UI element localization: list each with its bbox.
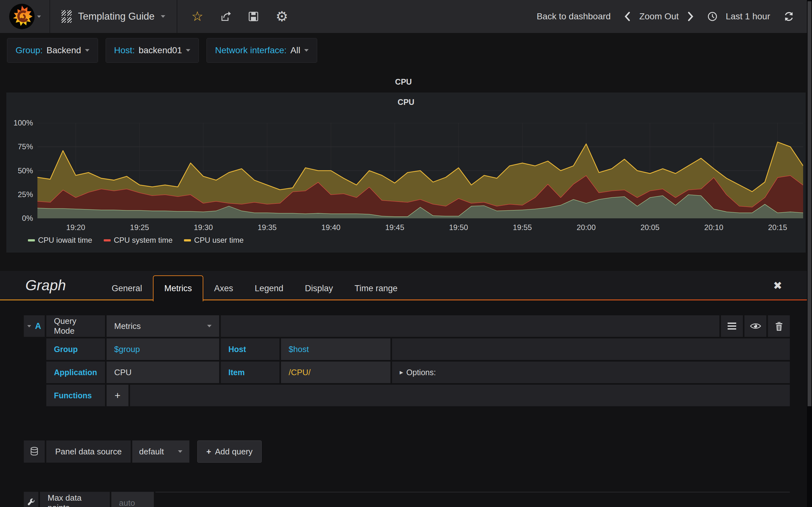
tab-display[interactable]: Display bbox=[294, 276, 344, 300]
plus-icon: + bbox=[206, 447, 211, 457]
application-input[interactable]: CPU bbox=[107, 361, 219, 383]
query-row-filler bbox=[130, 385, 790, 406]
options-section[interactable]: ▸ Options: bbox=[392, 361, 790, 383]
panel-editor-body: A Query Mode Metrics bbox=[0, 300, 807, 507]
x-axis-label: 19:40 bbox=[315, 223, 347, 232]
variable-value: backend01 bbox=[139, 45, 182, 55]
gear-icon[interactable]: ⚙ bbox=[275, 9, 288, 23]
chevron-down-icon bbox=[178, 450, 183, 453]
graph-plot-area[interactable] bbox=[38, 123, 803, 218]
legend-swatch-icon bbox=[104, 239, 111, 241]
y-axis-label: 50% bbox=[6, 166, 33, 175]
star-icon[interactable]: ☆ bbox=[191, 10, 203, 23]
x-axis-labels: 19:2019:2519:3019:3519:4019:4519:5019:55… bbox=[38, 223, 803, 233]
back-to-dashboard-link[interactable]: Back to dashboard bbox=[537, 11, 611, 21]
variable-label: Group: bbox=[15, 45, 43, 55]
variable-network-interface-dropdown[interactable]: Network interface: All bbox=[206, 38, 317, 63]
x-axis-label: 19:35 bbox=[251, 223, 283, 232]
query-toggle-visibility-button[interactable] bbox=[745, 315, 766, 337]
close-icon[interactable]: ✖ bbox=[773, 279, 782, 292]
query-collapse-toggle[interactable]: A bbox=[24, 315, 45, 337]
variable-group-dropdown[interactable]: Group: Backend bbox=[7, 38, 98, 63]
scrollbar-thumb[interactable] bbox=[808, 1, 811, 406]
tab-legend[interactable]: Legend bbox=[244, 276, 294, 300]
time-shift-controls: Zoom Out bbox=[624, 11, 694, 21]
query-delete-button[interactable] bbox=[768, 315, 790, 337]
editor-tabs: General Metrics Axes Legend Display Time… bbox=[101, 271, 408, 300]
query-menu-button[interactable] bbox=[721, 315, 743, 337]
options-label: Options: bbox=[406, 368, 436, 377]
plus-icon: + bbox=[114, 390, 120, 401]
y-axis-label: 75% bbox=[6, 142, 33, 151]
x-axis-label: 20:15 bbox=[762, 223, 794, 232]
group-label: Group bbox=[46, 338, 105, 360]
application-value: CPU bbox=[114, 368, 132, 377]
x-axis-label: 19:55 bbox=[507, 223, 538, 232]
panel-title[interactable]: CPU bbox=[6, 98, 806, 107]
eye-icon bbox=[750, 322, 761, 330]
add-query-button[interactable]: + Add query bbox=[197, 441, 262, 463]
tab-metrics[interactable]: Metrics bbox=[153, 275, 203, 301]
chevron-right-icon[interactable] bbox=[687, 12, 694, 21]
chevron-down-icon bbox=[207, 325, 212, 327]
host-value: $host bbox=[289, 344, 309, 354]
item-input[interactable]: /CPU/ bbox=[281, 361, 391, 383]
legend-swatch-icon bbox=[28, 239, 35, 241]
dashboard-row-title: CPU bbox=[0, 77, 807, 87]
group-input[interactable]: $group bbox=[107, 338, 219, 360]
max-data-points-row: Max data points auto bbox=[24, 492, 790, 507]
variable-label: Network interface: bbox=[215, 45, 287, 55]
share-icon[interactable] bbox=[220, 11, 231, 22]
graph-panel: CPU 0%25%50%75%100% 19:2019:2519:3019:35… bbox=[6, 93, 806, 252]
tab-general[interactable]: General bbox=[101, 276, 153, 300]
dashboard-title: Templating Guide bbox=[78, 11, 154, 22]
query-mode-value: Metrics bbox=[114, 321, 141, 331]
dashboard-picker[interactable]: Templating Guide bbox=[50, 0, 177, 33]
host-input[interactable]: $host bbox=[281, 338, 391, 360]
legend-swatch-icon bbox=[184, 239, 191, 241]
chevron-down-icon bbox=[27, 325, 31, 327]
query-mode-select[interactable]: Metrics bbox=[107, 315, 219, 337]
functions-label: Functions bbox=[46, 385, 105, 406]
time-picker[interactable]: Last 1 hour bbox=[707, 11, 770, 21]
chevron-down-icon bbox=[37, 15, 41, 18]
max-data-points-input[interactable]: auto bbox=[111, 492, 154, 507]
dashboard-actions: ☆ ⚙ bbox=[177, 0, 302, 33]
query-row-application-item: Application CPU Item /CPU/ ▸ Options: bbox=[46, 361, 790, 383]
menu-icon bbox=[728, 323, 736, 330]
tab-time-range[interactable]: Time range bbox=[344, 276, 409, 300]
x-axis-label: 20:05 bbox=[634, 223, 666, 232]
legend-item-user[interactable]: CPU user time bbox=[184, 236, 244, 245]
datasource-row: Panel data source default + Add query bbox=[24, 441, 790, 463]
trash-icon bbox=[774, 321, 783, 331]
query-ref-letter: A bbox=[35, 321, 41, 331]
x-axis-label: 19:20 bbox=[60, 223, 92, 232]
query-row-functions: Functions + bbox=[46, 385, 790, 406]
grafana-menu-button[interactable] bbox=[0, 0, 50, 33]
clock-icon bbox=[707, 11, 717, 21]
navbar-right: Back to dashboard Zoom Out Last 1 hour bbox=[537, 0, 812, 33]
window-scrollbar[interactable] bbox=[807, 0, 812, 507]
dashboard-grid-icon bbox=[61, 10, 72, 23]
variable-host-dropdown[interactable]: Host: backend01 bbox=[106, 38, 199, 63]
add-function-button[interactable]: + bbox=[107, 385, 129, 406]
datasource-value: default bbox=[139, 447, 164, 457]
datasource-select[interactable]: default bbox=[132, 441, 189, 463]
zoom-out-button[interactable]: Zoom Out bbox=[639, 11, 678, 21]
navbar-spacer bbox=[302, 0, 537, 33]
save-icon[interactable] bbox=[248, 11, 259, 22]
query-row-group-host: Group $group Host $host bbox=[46, 338, 790, 360]
add-query-label: Add query bbox=[215, 447, 253, 457]
max-data-points-placeholder: auto bbox=[119, 498, 135, 507]
legend-item-system[interactable]: CPU system time bbox=[104, 236, 172, 245]
graph-legend: CPU iowait time CPU system time CPU user… bbox=[28, 236, 244, 245]
refresh-icon[interactable] bbox=[783, 11, 794, 22]
datasource-icon-cell bbox=[24, 441, 45, 463]
x-axis-label: 19:25 bbox=[124, 223, 155, 232]
legend-label: CPU system time bbox=[114, 236, 172, 245]
tab-axes[interactable]: Axes bbox=[203, 276, 244, 300]
legend-item-iowait[interactable]: CPU iowait time bbox=[28, 236, 92, 245]
chevron-left-icon[interactable] bbox=[624, 12, 631, 21]
query-row-filler bbox=[392, 338, 790, 360]
host-label: Host bbox=[221, 338, 280, 360]
